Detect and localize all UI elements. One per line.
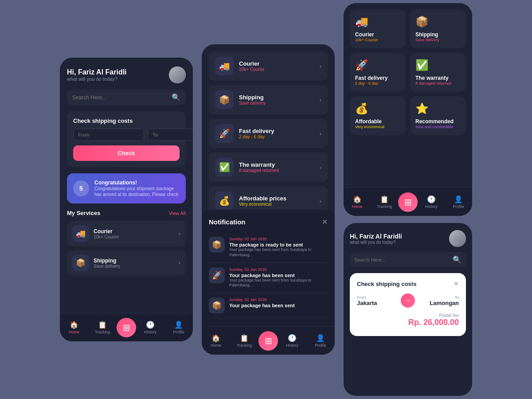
tracking-icon-mid: 📋: [240, 334, 249, 342]
sli-courier-info: Courier 10k+ Courier: [239, 60, 320, 72]
service-item-shipping[interactable]: 📦 Shipping Save delivery ›: [67, 250, 186, 276]
notif-header: Notification ✕: [209, 218, 328, 226]
csp-route: From Jakarta → To Lamongan: [357, 293, 459, 308]
phone-home: Hi, Fariz Al Faridli what will you do to…: [60, 58, 193, 341]
sli-warranty[interactable]: ✅ The warranty If damaged returned ›: [209, 153, 328, 182]
grid-recommended[interactable]: ⭐ Recommended Nice and comfortable: [410, 96, 466, 135]
shipping-card: Check shipping costs Check: [67, 111, 186, 167]
sli-shipping[interactable]: 📦 Shipping Save delivery ›: [209, 85, 328, 114]
services-grid: 🚚 Courier 10k+ Courier 📦 Shipping Save d…: [350, 9, 466, 135]
services-title: My Services: [67, 210, 100, 216]
bottom-nav-right: 🏠 Home 📋 Tracking ⊞ 🕐 History 👤 Profile: [344, 188, 472, 216]
notification-overlay: Notification ✕ 📦 Sunday, 02 Jan 2020 The…: [202, 210, 335, 326]
shipping-title: Check shipping costs: [73, 117, 180, 124]
nav-scan-right[interactable]: ⊞: [398, 192, 418, 212]
scan-icon: ⊞: [123, 322, 130, 333]
grid-fast[interactable]: 🚀 Fast delivery 2 day - 6 day: [350, 53, 406, 92]
nav-profile-mid[interactable]: 👤 Profile: [306, 334, 335, 348]
search-icon: 🔍: [172, 93, 180, 102]
phone-shipping-detail: Hi, Fariz Al Faridli what will you do to…: [344, 223, 472, 396]
nav-profile-right[interactable]: 👤 Profile: [445, 195, 473, 209]
sli-fast[interactable]: 🚀 Fast delivery 2 day - 6 day ›: [209, 119, 328, 148]
rbot-search-input[interactable]: [354, 257, 449, 262]
check-button[interactable]: Check: [73, 145, 180, 161]
grid-warranty[interactable]: ✅ The warranty If damaged returned: [410, 53, 466, 92]
rbot-subtext: what will you do today?: [350, 240, 402, 245]
nav-history-mid[interactable]: 🕐 History: [278, 334, 306, 348]
grid-affordable-icon: 💰: [355, 102, 400, 115]
view-all-link[interactable]: View All: [169, 211, 186, 216]
nav-history[interactable]: 🕐 History: [136, 321, 164, 334]
nav-scan-button[interactable]: ⊞: [117, 318, 136, 337]
shipping-arrow: ›: [179, 260, 180, 266]
congrats-text: Congratulations! Congratulations your sh…: [94, 180, 180, 197]
nav-home-mid[interactable]: 🏠 Home: [202, 334, 230, 348]
nav-home-right[interactable]: 🏠 Home: [344, 195, 371, 209]
notif-icon-0: 📦: [209, 237, 225, 253]
sli-courier-icon: 🚚: [215, 57, 234, 75]
grid-shipping[interactable]: 📦 Shipping Save delivery: [410, 9, 466, 48]
nav-tracking-right[interactable]: 📋 Tracking: [371, 195, 399, 209]
courier-info: Courier 10k+ Courier: [94, 228, 179, 239]
congrats-banner: 5 Congratulations! Congratulations your …: [67, 173, 186, 203]
rbot-search: 🔍: [350, 252, 466, 267]
profile-icon-right: 👤: [454, 195, 463, 203]
notif-item-2: 📦 Sunday, 02 Jan 2020 Your package has b…: [209, 293, 328, 318]
phone-grid: 🚚 Courier 10k+ Courier 📦 Shipping Save d…: [344, 3, 472, 216]
home-icon: 🏠: [70, 321, 78, 329]
profile-icon: 👤: [174, 321, 183, 329]
history-label: History: [144, 330, 156, 334]
grid-courier[interactable]: 🚚 Courier 10k+ Courier: [350, 9, 406, 48]
rbot-search-icon: 🔍: [453, 255, 462, 264]
grid-warranty-icon: ✅: [415, 59, 461, 71]
shipping-icon: 📦: [72, 254, 89, 271]
home-icon-right: 🏠: [353, 195, 362, 203]
scan-icon-mid: ⊞: [265, 336, 272, 346]
service-item-courier[interactable]: 🚚 Courier 10k+ Courier ›: [67, 221, 186, 246]
courier-name: Courier: [94, 228, 179, 235]
search-input[interactable]: [72, 94, 168, 101]
shipping-name: Shipping: [94, 258, 179, 264]
sli-arrow-5: ›: [320, 198, 321, 204]
sli-shipping-icon: 📦: [215, 90, 234, 109]
rbot-avatar[interactable]: [449, 230, 466, 247]
bottom-nav: 🏠 Home 📋 Tracking ⊞ 🕐 History 👤 Profile: [60, 313, 193, 341]
csp-header: Check shipping costs ✕: [357, 280, 459, 287]
nav-profile[interactable]: 👤 Profile: [164, 321, 193, 334]
grid-affordable[interactable]: 💰 Affordable Very economical: [350, 96, 406, 135]
congrats-title: Congratulations!: [94, 180, 180, 186]
profile-icon-mid: 👤: [316, 334, 325, 342]
notif-title: Notification: [209, 218, 246, 226]
nav-scan-mid[interactable]: ⊞: [258, 331, 278, 351]
nav-history-right[interactable]: 🕐 History: [418, 195, 445, 209]
nav-tracking[interactable]: 📋 Tracking: [88, 321, 117, 334]
notif-item-0: 📦 Sunday, 02 Jan 2020 The package is rea…: [209, 232, 328, 262]
sli-arrow-2: ›: [320, 97, 321, 103]
courier-arrow: ›: [179, 231, 180, 237]
csp-close-button[interactable]: ✕: [454, 280, 459, 287]
nav-tracking-mid[interactable]: 📋 Tracking: [230, 334, 258, 348]
avatar[interactable]: [169, 66, 186, 83]
csp-route-arrow: →: [401, 293, 415, 308]
home-label: Home: [69, 330, 79, 334]
grid-shipping-icon: 📦: [415, 16, 461, 28]
search-bar: 🔍: [67, 90, 186, 105]
from-input[interactable]: [73, 129, 144, 141]
sli-fast-info: Fast delivery 2 day - 6 day: [239, 128, 320, 139]
to-input[interactable]: [148, 129, 193, 141]
notif-text-0: Sunday, 02 Jan 2020 The package is ready…: [229, 237, 328, 258]
sli-affordable-info: Affordable prices Very economical: [239, 195, 320, 207]
rbot-header: Hi, Fariz Al Faridli what will you do to…: [350, 230, 466, 247]
csp-to: To Lamongan: [415, 295, 459, 306]
notif-icon-1: 🚀: [209, 267, 225, 283]
history-icon-right: 🕐: [427, 195, 436, 203]
sli-courier[interactable]: 🚚 Courier 10k+ Courier ›: [209, 51, 328, 81]
services-header: My Services View All: [67, 210, 186, 216]
greeting-section: Hi, Fariz Al Faridli what will you do to…: [67, 68, 127, 82]
tracking-label: Tracking: [95, 330, 110, 334]
grid-recommended-icon: ⭐: [415, 102, 461, 115]
nav-home[interactable]: 🏠 Home: [60, 321, 88, 334]
sli-shipping-info: Shipping Save delivery: [239, 94, 320, 106]
csp-from: From Jakarta: [357, 295, 401, 306]
close-notification-icon[interactable]: ✕: [322, 218, 328, 226]
